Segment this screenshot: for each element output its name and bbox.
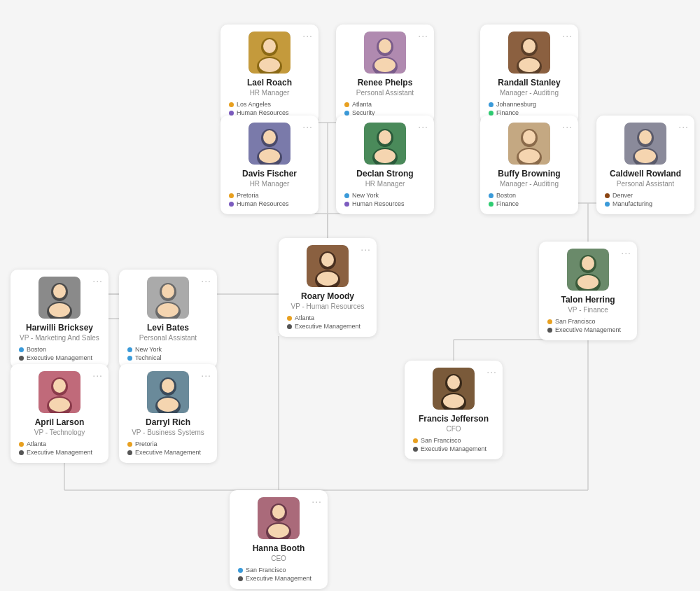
tags-april: AtlantaExecutive Management	[19, 440, 100, 456]
svg-point-72	[582, 256, 594, 270]
card-april[interactable]: ··· April LarsonVP - TechnologyAtlantaEx…	[10, 364, 108, 463]
svg-point-78	[49, 303, 70, 317]
tag-dot-harwilli-0	[19, 347, 24, 352]
svg-point-97	[447, 375, 460, 389]
card-hanna[interactable]: ··· Hanna BoothCEOSan FranciscoExecutive…	[230, 490, 328, 589]
name-randall: Randall Stanley	[498, 78, 560, 88]
avatar-caldwell	[624, 123, 666, 165]
card-davis[interactable]: ··· Davis FischerHR ManagerPretoriaHuman…	[220, 116, 318, 214]
tag-dot-francis-1	[413, 447, 418, 452]
svg-point-87	[53, 379, 66, 393]
tag-label-declan-1: Human Resources	[352, 200, 405, 207]
tags-darryl: PretoriaExecutive Management	[127, 440, 209, 456]
more-button-harwilli[interactable]: ···	[92, 275, 103, 286]
tag-label-randall-0: Johannesburg	[496, 101, 536, 108]
tags-levi: New YorkTechnical	[127, 346, 209, 361]
tag-declan-1: Human Resources	[344, 200, 426, 207]
name-lael: Lael Roach	[247, 78, 292, 88]
card-harwilli[interactable]: ··· Harwilli BrickseyVP - Marketing And …	[10, 270, 108, 368]
card-lael[interactable]: ··· Lael RoachHR ManagerLos AngelesHuman…	[220, 25, 318, 123]
tag-dot-darryl-0	[127, 442, 132, 447]
tag-hanna-0: San Francisco	[238, 566, 319, 573]
name-roary: Roary Moody	[301, 291, 354, 301]
more-button-davis[interactable]: ···	[302, 121, 313, 132]
avatar-lael	[248, 32, 290, 74]
title-lael: HR Manager	[250, 89, 290, 97]
more-button-roary[interactable]: ···	[360, 244, 371, 255]
svg-point-32	[263, 39, 276, 53]
more-button-talon[interactable]: ···	[621, 247, 631, 258]
svg-point-63	[635, 149, 656, 163]
name-darryl: Darryl Rich	[146, 417, 190, 427]
tag-buffy-1: Finance	[489, 200, 570, 207]
tag-dot-declan-0	[344, 193, 349, 198]
tag-randall-0: Johannesburg	[489, 101, 570, 108]
more-button-lael[interactable]: ···	[302, 30, 313, 41]
tag-caldwell-0: Denver	[605, 192, 686, 199]
title-davis: HR Manager	[250, 180, 290, 188]
tag-label-declan-0: New York	[352, 192, 379, 199]
card-francis[interactable]: ··· Francis JeffersonCFOSan FranciscoExe…	[405, 361, 503, 459]
svg-point-93	[158, 398, 178, 412]
tag-label-talon-0: San Francisco	[555, 318, 596, 325]
more-button-april[interactable]: ···	[92, 370, 103, 381]
tag-francis-1: Executive Management	[413, 445, 494, 452]
tags-buffy: BostonFinance	[489, 192, 570, 207]
tag-label-levi-0: New York	[135, 346, 162, 353]
svg-point-77	[53, 284, 66, 298]
card-talon[interactable]: ··· Talon HerringVP - FinanceSan Francis…	[539, 242, 637, 340]
svg-point-88	[49, 398, 70, 412]
title-declan: HR Manager	[365, 180, 405, 188]
tag-dot-darryl-1	[127, 450, 132, 455]
card-levi[interactable]: ··· Levi BatesPersonal AssistantNew York…	[119, 270, 217, 368]
avatar-darryl	[147, 371, 189, 413]
tag-roary-0: Atlanta	[287, 314, 368, 321]
more-button-renee[interactable]: ···	[418, 30, 428, 41]
tag-dot-april-1	[19, 450, 24, 455]
more-button-declan[interactable]: ···	[418, 121, 428, 132]
card-darryl[interactable]: ··· Darryl RichVP - Business SystemsPret…	[119, 364, 217, 463]
tag-dot-april-0	[19, 442, 24, 447]
svg-point-68	[317, 272, 338, 286]
name-declan: Declan Strong	[356, 169, 413, 179]
title-caldwell: Personal Assistant	[617, 180, 674, 188]
tag-label-buffy-0: Boston	[496, 192, 516, 199]
tags-talon: San FranciscoExecutive Management	[547, 318, 629, 333]
svg-point-83	[158, 303, 178, 317]
title-darryl: VP - Business Systems	[132, 429, 204, 436]
tag-hanna-1: Executive Management	[238, 575, 319, 582]
tag-label-april-0: Atlanta	[27, 440, 46, 447]
tag-label-renee-0: Atlanta	[352, 101, 372, 108]
tags-lael: Los AngelesHuman Resources	[229, 101, 310, 116]
tag-levi-1: Technical	[127, 354, 209, 361]
svg-point-33	[259, 58, 280, 72]
tag-darryl-0: Pretoria	[127, 440, 209, 447]
more-button-darryl[interactable]: ···	[201, 370, 211, 381]
card-buffy[interactable]: ··· Buffy BrowningManager - AuditingBost…	[480, 116, 578, 214]
card-declan[interactable]: ··· Declan StrongHR ManagerNew YorkHuman…	[336, 116, 434, 214]
tag-april-0: Atlanta	[19, 440, 100, 447]
more-button-levi[interactable]: ···	[201, 275, 211, 286]
more-button-hanna[interactable]: ···	[312, 496, 322, 507]
tag-renee-0: Atlanta	[344, 101, 426, 108]
more-button-randall[interactable]: ···	[562, 30, 573, 41]
tag-label-hanna-0: San Francisco	[246, 566, 286, 573]
card-roary[interactable]: ··· Roary MoodyVP - Human ResourcesAtlan…	[279, 238, 377, 337]
more-button-caldwell[interactable]: ···	[678, 121, 689, 132]
tags-declan: New YorkHuman Resources	[344, 192, 426, 207]
more-button-buffy[interactable]: ···	[562, 121, 573, 132]
card-caldwell[interactable]: ··· Caldwell RowlandPersonal AssistantDe…	[596, 116, 694, 214]
tag-label-davis-1: Human Resources	[237, 200, 289, 207]
name-francis: Francis Jefferson	[419, 414, 489, 424]
tag-dot-roary-0	[287, 316, 292, 321]
card-randall[interactable]: ··· Randall StanleyManager - AuditingJoh…	[480, 25, 578, 123]
name-talon: Talon Herring	[561, 295, 615, 305]
tag-dot-davis-0	[229, 193, 234, 198]
tag-dot-renee-0	[344, 102, 349, 107]
tag-harwilli-0: Boston	[19, 346, 100, 353]
tag-dot-harwilli-1	[19, 356, 24, 361]
more-button-francis[interactable]: ···	[486, 366, 497, 377]
card-renee[interactable]: ··· Renee PhelpsPersonal AssistantAtlant…	[336, 25, 434, 123]
tag-davis-1: Human Resources	[229, 200, 310, 207]
svg-point-57	[523, 130, 536, 144]
